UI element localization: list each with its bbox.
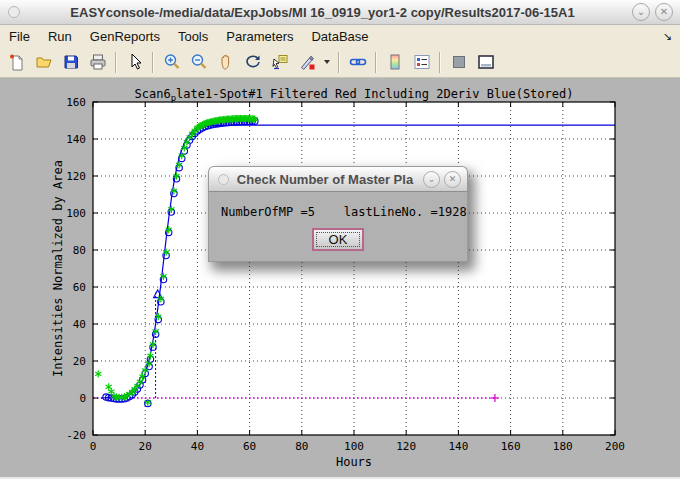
title-bar: EASYconsole-/media/data/ExpJobs/MI 16_09… (0, 0, 680, 25)
svg-text:0: 0 (79, 392, 86, 405)
window-controls: ⌄ ✕ (632, 3, 673, 21)
svg-text:180: 180 (553, 440, 573, 453)
toolbar-separator (338, 52, 340, 73)
close-button[interactable]: ✕ (655, 3, 673, 21)
chevron-down-icon (323, 59, 331, 65)
print-figure-button[interactable] (85, 50, 110, 75)
link-chain-icon (349, 53, 367, 71)
svg-text:140: 140 (448, 440, 468, 453)
dialog-message: NumberOfMP =5 lastLineNo. =1928 (221, 205, 455, 219)
svg-text:60: 60 (243, 440, 256, 453)
svg-text:80: 80 (295, 440, 308, 453)
toolbar-separator (439, 52, 441, 73)
svg-text:Hours: Hours (336, 455, 372, 469)
new-file-icon (8, 53, 26, 71)
dialog-menu-icon[interactable] (218, 174, 229, 185)
svg-text:0: 0 (90, 440, 97, 453)
toolbar-separator (152, 52, 154, 73)
insert-legend-button[interactable] (409, 50, 434, 75)
dock-figure-icon (477, 53, 495, 71)
svg-text:120: 120 (396, 440, 416, 453)
figure-area: 020406080100120140160180200-200204060801… (0, 78, 680, 479)
new-figure-button[interactable] (4, 50, 29, 75)
menu-parameters[interactable]: Parameters (217, 27, 302, 46)
svg-text:Intensities Normalized by Area: Intensities Normalized by Area (51, 160, 65, 377)
hide-plot-tools-button[interactable] (446, 50, 471, 75)
menu-database[interactable]: DataBase (302, 27, 377, 46)
svg-text:160: 160 (66, 96, 86, 109)
edit-plot-button[interactable] (122, 50, 147, 75)
ok-button[interactable]: OK (312, 228, 365, 251)
zoom-in-icon (163, 53, 181, 71)
zoom-out-button[interactable] (186, 50, 211, 75)
figure-toolbar (0, 47, 680, 78)
dock-arrow-icon[interactable]: ↘ (663, 30, 672, 43)
window-title: EASYconsole-/media/data/ExpJobs/MI 16_09… (20, 5, 625, 20)
open-folder-icon (35, 53, 53, 71)
svg-text:40: 40 (73, 318, 86, 331)
menu-bar: File Run GenReports Tools Parameters Dat… (0, 25, 680, 47)
svg-text:-20: -20 (66, 429, 86, 442)
svg-text:120: 120 (66, 170, 86, 183)
toolbar-separator (375, 52, 377, 73)
svg-text:20: 20 (139, 440, 152, 453)
printer-icon (89, 53, 107, 71)
pan-hand-icon (217, 53, 235, 71)
dialog-controls: ⌄ ✕ (423, 171, 461, 188)
cursor-arrow-icon (126, 53, 144, 71)
rotate-3d-icon (244, 53, 262, 71)
svg-text:60: 60 (73, 281, 86, 294)
insert-colorbar-button[interactable] (382, 50, 407, 75)
open-file-button[interactable] (31, 50, 56, 75)
svg-text:80: 80 (73, 244, 86, 257)
show-plot-tools-button[interactable] (473, 50, 498, 75)
dialog-shade-button[interactable]: ⌄ (423, 171, 440, 188)
menu-run[interactable]: Run (39, 27, 81, 46)
svg-text:40: 40 (191, 440, 204, 453)
dialog-check-number-of-master-plates: Check Number of Master Pla ⌄ ✕ NumberOfM… (208, 166, 468, 262)
pan-button[interactable] (213, 50, 238, 75)
menu-tools[interactable]: Tools (169, 27, 217, 46)
menu-genreports[interactable]: GenReports (81, 27, 169, 46)
brush-icon (298, 53, 316, 71)
svg-text:100: 100 (66, 207, 86, 220)
data-cursor-icon (271, 53, 289, 71)
svg-text:140: 140 (66, 133, 86, 146)
brush-options-button[interactable] (321, 50, 333, 75)
menu-file[interactable]: File (0, 27, 39, 46)
rotate-3d-button[interactable] (240, 50, 265, 75)
dialog-body: NumberOfMP =5 lastLineNo. =1928 OK (208, 191, 468, 262)
brush-data-button[interactable] (294, 50, 319, 75)
shade-button[interactable]: ⌄ (632, 3, 650, 21)
dialog-title: Check Number of Master Pla (233, 172, 417, 187)
hide-plot-tools-icon (450, 53, 468, 71)
data-cursor-button[interactable] (267, 50, 292, 75)
svg-text:200: 200 (605, 440, 625, 453)
link-plots-button[interactable] (345, 50, 370, 75)
colorbar-icon (386, 53, 404, 71)
dialog-close-button[interactable]: ✕ (444, 171, 461, 188)
save-icon (62, 53, 80, 71)
app-window: EASYconsole-/media/data/ExpJobs/MI 16_09… (0, 0, 680, 479)
window-menu-icon[interactable] (8, 6, 20, 18)
chart-title: Scan6plate1-Spot#1 Filtered Red Includin… (93, 87, 615, 103)
dialog-title-bar[interactable]: Check Number of Master Pla ⌄ ✕ (208, 166, 468, 191)
zoom-out-icon (190, 53, 208, 71)
svg-text:20: 20 (73, 355, 86, 368)
save-figure-button[interactable] (58, 50, 83, 75)
svg-text:100: 100 (344, 440, 364, 453)
plot-canvas[interactable]: 020406080100120140160180200-200204060801… (0, 78, 680, 479)
zoom-in-button[interactable] (159, 50, 184, 75)
toolbar-separator (115, 52, 117, 73)
legend-icon (413, 53, 431, 71)
svg-text:160: 160 (501, 440, 521, 453)
